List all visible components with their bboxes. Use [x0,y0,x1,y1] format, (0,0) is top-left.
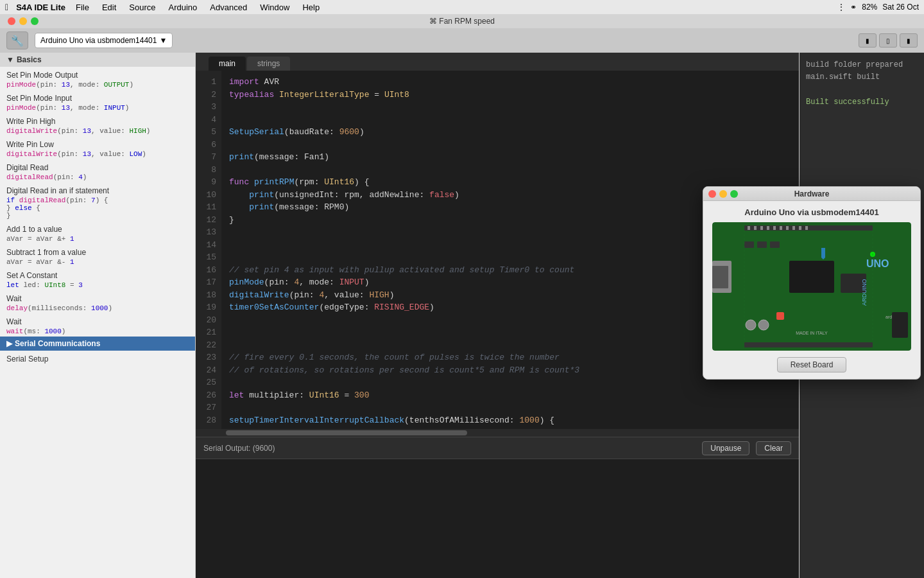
svg-rect-18 [786,226,789,230]
sidebar-item-write-pin-low[interactable]: Write Pin Low digitalWrite(pin: 13, valu… [0,136,195,159]
menu-advanced[interactable]: Advanced [207,3,250,12]
sidebar-item-digital-read-if[interactable]: Digital Read in an if statement if digit… [0,182,195,221]
hw-minimize-button[interactable] [719,190,727,198]
hardware-window-controls [708,190,738,198]
bluetooth-icon: ⋮ [837,3,845,12]
svg-rect-11 [744,342,873,347]
scrollbar-thumb[interactable] [226,430,467,435]
svg-text:ARDUINO: ARDUINO [861,279,868,306]
item-title: Set Pin Mode Input [6,94,189,103]
sidebar-item-wait[interactable]: Wait delay(milliseconds: 1000) [0,290,195,313]
svg-text:UNO: UNO [866,258,889,269]
svg-rect-13 [754,226,757,230]
menu-source[interactable]: Source [126,3,158,12]
svg-rect-3 [789,261,834,293]
svg-rect-15 [767,226,769,230]
build-line-4: Built successfully [806,96,918,109]
sidebar-item-digital-read[interactable]: Digital Read digitalRead(pin: 4) [0,159,195,182]
serial-content [196,459,799,578]
menu-window[interactable]: Window [257,3,292,12]
item-title: Wait [6,317,189,326]
sidebar-item-serial-setup[interactable]: Serial Setup [0,351,195,365]
item-title: Set A Constant [6,271,189,280]
menu-edit[interactable]: Edit [99,3,119,12]
sidebar-item-set-constant[interactable]: Set A Constant let led: UInt8 = 3 [0,267,195,290]
wrench-icon: 🔧 [11,35,24,47]
build-button[interactable]: 🔧 [6,31,28,49]
battery-label: 82% [862,3,877,12]
date-label: Sat 26 Oct [882,3,919,12]
sidebar-item-write-pin-high[interactable]: Write Pin High digitalWrite(pin: 13, val… [0,113,195,136]
right-panel-toggle[interactable]: ▮ [900,33,918,48]
sidebar-item-add-one[interactable]: Add 1 to a value aVar = aVar &+ 1 [0,221,195,244]
minimize-button[interactable] [19,17,27,25]
svg-point-9 [758,320,769,330]
show-hide-controls: ▮ ▯ ▮ [859,33,918,48]
sidebar-item-set-pin-output[interactable]: Set Pin Mode Output pinMode(pin: 13, mod… [0,67,195,90]
svg-rect-12 [748,226,750,230]
menu-file[interactable]: File [73,3,92,12]
item-title: Wait [6,294,189,303]
item-code: if digitalRead(pin: 7) { } else { } [6,197,189,220]
item-title: Subtract 1 from a value [6,248,189,257]
sidebar-item-set-pin-input[interactable]: Set Pin Mode Input pinMode(pin: 13, mode… [0,90,195,113]
wifi-icon: ⚭ [850,3,857,12]
item-title: Add 1 to a value [6,225,189,234]
item-code: digitalWrite(pin: 13, value: HIGH) [6,127,189,135]
bottom-panel-toggle[interactable]: ▯ [879,33,897,48]
item-title: Serial Setup [6,355,189,363]
menu-help[interactable]: Help [300,3,322,12]
build-line-2: main.swift built [806,71,918,83]
tab-main[interactable]: main [209,57,246,71]
item-code: digitalWrite(pin: 13, value: LOW) [6,150,189,158]
serial-area: Serial Output: (9600) Unpause Clear [196,437,799,578]
hw-close-button[interactable] [708,190,716,198]
maximize-button[interactable] [31,17,38,25]
line-numbers: 1234 5678 9101112 13141516 17181920 2122… [196,71,221,429]
basics-section-header[interactable]: ▼ Basics [0,53,195,67]
item-code: delay(milliseconds: 1000) [6,304,189,312]
horizontal-scrollbar[interactable] [196,429,799,437]
programmer-value: Arduino Uno via usbmodem14401 [40,36,157,45]
reset-board-button[interactable]: Reset Board [777,357,847,372]
apple-icon:  [5,2,8,12]
svg-rect-26 [776,312,784,320]
clear-button[interactable]: Clear [756,441,791,455]
unpause-button[interactable]: Unpause [702,441,749,455]
chevron-down-icon: ▼ [159,36,167,45]
triangle-icon: ▼ [6,55,14,64]
hardware-board-name: Arduino Uno via usbmodem14401 [744,207,879,217]
triangle-right-icon: ▶ [6,339,12,348]
item-title: Write Pin High [6,117,189,126]
item-code: digitalRead(pin: 4) [6,173,189,181]
menu-arduino[interactable]: Arduino [166,3,200,12]
sidebar-item-subtract-one[interactable]: Subtract 1 from a value aVar = aVar &- 1 [0,244,195,267]
svg-rect-10 [744,225,873,231]
toolbar: 🔧 Arduino Uno via usbmodem14401 ▼ ▮ ▯ ▮ [0,28,924,53]
item-code: pinMode(pin: 13, mode: INPUT) [6,104,189,112]
editor-tabs: main strings [196,53,799,71]
titlebar: ⌘ Fan RPM speed [0,14,924,28]
close-button[interactable] [8,17,15,25]
svg-rect-16 [773,226,776,230]
build-line-3 [806,83,918,96]
svg-rect-14 [760,226,763,230]
svg-rect-21 [805,226,808,230]
tab-strings[interactable]: strings [247,57,290,71]
serial-section-header[interactable]: ▶ Serial Communications [0,337,195,351]
svg-rect-20 [799,226,801,230]
basics-label: Basics [17,55,42,64]
menubar:  S4A IDE Lite File Edit Source Arduino … [0,0,924,14]
programmer-select[interactable]: Arduino Uno via usbmodem14401 ▼ [35,33,173,48]
hardware-panel: Hardware Arduino Uno via usbmodem14401 [703,186,921,380]
svg-rect-7 [770,241,780,248]
app-name: S4A IDE Lite [16,3,65,12]
build-line-1: build folder prepared [806,59,918,71]
svg-rect-2 [712,266,728,288]
left-panel-toggle[interactable]: ▮ [859,33,877,48]
svg-text:MADE IN ITALY: MADE IN ITALY [796,331,828,335]
sidebar-item-wait2[interactable]: Wait wait(ms: 1000) [0,313,195,337]
serial-toolbar: Serial Output: (9600) Unpause Clear [196,437,799,459]
hw-maximize-button[interactable] [730,190,738,198]
svg-rect-6 [757,241,767,248]
